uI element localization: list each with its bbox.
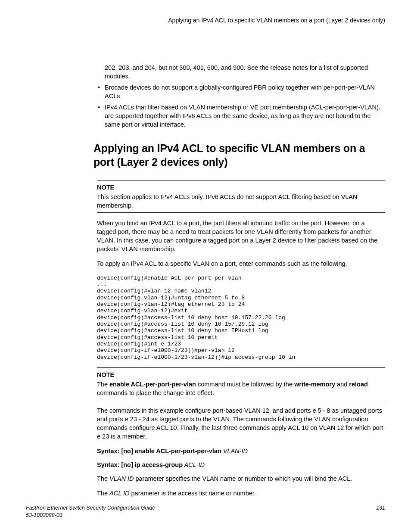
page-number: 131 xyxy=(376,504,385,512)
syntax-keyword: Syntax: [no] enable ACL-per-port-per-vla… xyxy=(97,448,221,454)
syntax-variable: VLAN-ID xyxy=(221,448,248,454)
paragraph: When you bind an IPv4 ACL to a port, the… xyxy=(97,219,385,253)
doc-title: FastIron Ethernet Switch Security Config… xyxy=(26,504,385,512)
paragraph: The VLAN ID parameter specifies the VLAN… xyxy=(97,474,385,483)
page-content: 202, 203, and 204, but not 300, 401, 600… xyxy=(97,63,385,498)
page-footer: 131 FastIron Ethernet Switch Security Co… xyxy=(26,504,385,520)
syntax-keyword: Syntax: [no] ip access-group xyxy=(97,461,183,468)
code-block: device(config)#enable ACL-per-port-per-v… xyxy=(97,275,385,361)
note-label: NOTE xyxy=(97,183,385,192)
bullet-item: Brocade devices do not support a globall… xyxy=(97,83,385,100)
text: The xyxy=(97,475,109,482)
doc-id: 53-1003088-03 xyxy=(26,512,385,519)
text: The xyxy=(97,381,109,388)
text: and xyxy=(335,381,349,388)
note-text: This section applies to IPv4 ACLs only. … xyxy=(97,193,385,210)
continuation-paragraph: 202, 203, and 204, but not 300, 401, 600… xyxy=(97,63,385,81)
bullet-list: Brocade devices do not support a globall… xyxy=(97,83,385,129)
text: commands to place the change into effect… xyxy=(97,389,214,396)
text: parameter specifies the VLAN name or num… xyxy=(134,475,352,482)
command-name: enable ACL-per-port-per-vlan xyxy=(109,381,196,388)
note-rule-bottom xyxy=(97,212,385,213)
document-page: Applying an IPv4 ACL to specific VLAN me… xyxy=(0,0,411,532)
running-header: Applying an IPv4 ACL to specific VLAN me… xyxy=(97,16,385,25)
parameter-name: ACL ID xyxy=(109,490,129,497)
text: The xyxy=(97,490,109,497)
paragraph: The commands in this example configure p… xyxy=(97,406,385,441)
text: parameter is the access list name or num… xyxy=(130,490,256,497)
bullet-item: IPv4 ACLs that filter based on VLAN memb… xyxy=(97,103,385,129)
note-text: The enable ACL-per-port-per-vlan command… xyxy=(97,380,385,397)
parameter-name: VLAN ID xyxy=(109,475,134,482)
note-rule-top xyxy=(97,367,385,368)
paragraph: The ACL ID parameter is the access list … xyxy=(97,489,385,498)
paragraph: To apply an IPv4 ACL to a specific VLAN … xyxy=(97,259,385,268)
note-rule-top xyxy=(97,180,385,180)
command-name: write-memory xyxy=(294,381,335,388)
text: command must be followed by the xyxy=(196,381,294,388)
section-heading: Applying an IPv4 ACL to specific VLAN me… xyxy=(93,142,385,169)
note-label: NOTE xyxy=(97,370,385,379)
syntax-line: Syntax: [no] ip access-group ACL-ID xyxy=(97,460,385,469)
syntax-line: Syntax: [no] enable ACL-per-port-per-vla… xyxy=(97,447,385,455)
note-rule-bottom xyxy=(97,400,385,400)
command-name: reload xyxy=(349,381,368,388)
syntax-variable: ACL-ID xyxy=(183,461,205,468)
